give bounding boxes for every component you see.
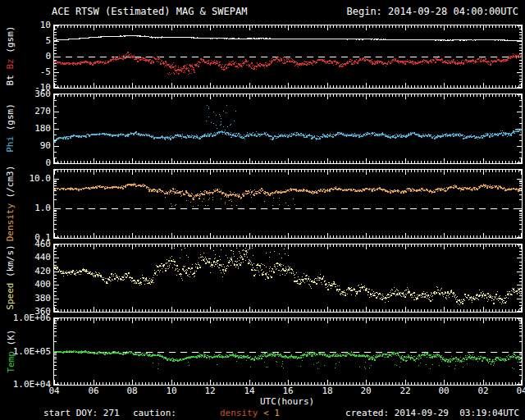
plot-canvas-speed [54,244,522,312]
plot-panel-density [53,169,523,239]
plot-panel-speed [53,244,523,313]
y-tick-label: 5 [0,36,51,46]
y-axis-title-part: (km/s) [5,244,16,282]
plot-panel-phi [53,94,523,164]
y-tick-label: 440 [0,253,51,262]
ace-rtsw-plot: ACE RTSW (Estimated) MAG & SWEPAM Begin:… [0,0,525,420]
y-tick-label: 0 [0,158,51,168]
y-tick-label: 460 [0,240,51,249]
plot-canvas-mag-bt-bz [54,25,522,88]
y-tick-label: 10.0 [0,174,51,184]
plot-panel-mag-bt-bz [53,25,523,89]
x-tick-label: 04 [42,386,66,396]
x-tick-label: 16 [276,386,300,396]
footer-created-timestamp: created: 2014-09-29 03:19:04UTC [345,409,519,418]
x-tick-label: 08 [120,386,144,396]
plot-title: ACE RTSW (Estimated) MAG & SWEPAM [52,7,247,17]
y-tick-label: 10 [0,21,51,30]
x-tick-label: 12 [198,386,222,396]
y-axis-title-part: (/cm3) [5,165,16,203]
x-tick-label: 02 [471,386,495,396]
begin-timestamp: Begin: 2014-09-28 04:00:00UTC [346,7,518,17]
x-tick-label: 10 [159,386,184,396]
y-tick-label: 180 [0,124,51,134]
x-tick-label: 20 [354,386,378,396]
footer-start-doy: start DOY: 271 [43,409,120,418]
y-tick-label: 0 [0,52,51,62]
y-tick-label: 1.0E+05 [0,347,51,357]
footer-caution-value-part: density [220,408,258,418]
y-tick-label: 1.0E+06 [0,313,51,323]
plot-canvas-density [54,170,522,238]
plot-canvas-phi [54,94,522,163]
y-tick-label: 400 [0,280,51,290]
footer-caution-value: density < 1 [220,409,280,418]
y-tick-label: -5 [0,67,51,77]
y-tick-label: 380 [0,294,51,304]
x-tick-label: 04 [509,386,525,396]
plot-canvas-temp [54,318,522,385]
y-tick-label: 1.0 [0,203,51,213]
x-tick-label: 14 [237,386,262,396]
y-tick-label: 360 [0,89,51,99]
y-tick-label: 420 [0,267,51,276]
y-tick-label: 270 [0,107,51,116]
x-tick-label: 00 [431,386,456,396]
x-tick-label: 22 [393,386,418,396]
plot-panel-temp [53,317,523,386]
y-tick-label: 90 [0,141,51,151]
x-tick-label: 18 [315,386,340,396]
footer-caution-value-part: < 1 [258,408,280,418]
x-axis-title: UTC(hours) [260,397,314,407]
footer-caution-label: caution: [133,409,176,418]
x-tick-label: 06 [81,386,106,396]
